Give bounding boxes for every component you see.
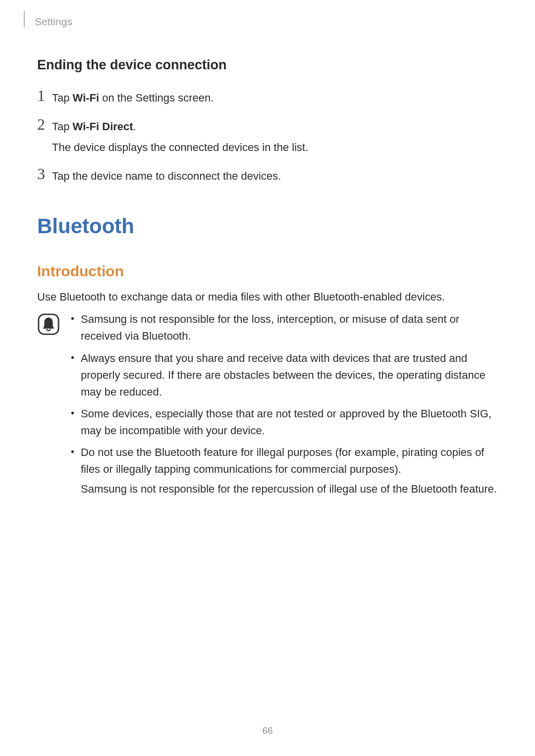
step-text-prefix: Tap the device name to disconnect the de… xyxy=(52,170,281,182)
header-divider xyxy=(24,11,25,27)
notice-text: Always ensure that you share and receive… xyxy=(81,352,485,398)
step-number: 3 xyxy=(37,166,52,182)
step-text-bold: Wi-Fi xyxy=(73,92,100,104)
main-heading-bluetooth: Bluetooth xyxy=(37,214,498,238)
intro-text: Use Bluetooth to exchange data or media … xyxy=(37,289,498,305)
step-text-suffix: . xyxy=(133,120,136,133)
notice-item: Do not use the Bluetooth feature for ill… xyxy=(70,444,498,498)
step-number: 2 xyxy=(37,116,52,132)
step-1: 1 Tap Wi-Fi on the Settings screen. xyxy=(37,90,498,106)
step-text-bold: Wi-Fi Direct xyxy=(73,120,133,133)
step-text-prefix: Tap xyxy=(52,120,73,133)
page-number: 66 xyxy=(0,725,535,736)
step-2: 2 Tap Wi-Fi Direct. The device displays … xyxy=(37,118,498,156)
notice-text: Some devices, especially those that are … xyxy=(81,407,491,437)
page-container: Settings Ending the device connection 1 … xyxy=(0,0,535,756)
notice-extra: Samsung is not responsible for the reper… xyxy=(81,481,498,498)
notice-item: Some devices, especially those that are … xyxy=(70,405,498,439)
notice-text: Samsung is not responsible for the loss,… xyxy=(81,313,459,342)
notice-list: Samsung is not responsible for the loss,… xyxy=(70,311,498,503)
section-heading-ending: Ending the device connection xyxy=(37,57,498,73)
step-body: Tap Wi-Fi on the Settings screen. xyxy=(52,90,498,106)
notice-text: Do not use the Bluetooth feature for ill… xyxy=(81,446,484,475)
step-number: 1 xyxy=(37,88,52,103)
sub-heading-introduction: Introduction xyxy=(37,263,498,280)
step-text-suffix: on the Settings screen. xyxy=(99,92,214,104)
step-body: Tap Wi-Fi Direct. The device displays th… xyxy=(52,118,498,156)
steps-list: 1 Tap Wi-Fi on the Settings screen. 2 Ta… xyxy=(37,90,498,185)
notice-item: Always ensure that you share and receive… xyxy=(70,350,498,401)
notice-block: Samsung is not responsible for the loss,… xyxy=(37,311,498,503)
notice-item: Samsung is not responsible for the loss,… xyxy=(70,311,498,345)
step-3: 3 Tap the device name to disconnect the … xyxy=(37,168,498,185)
step-body: Tap the device name to disconnect the de… xyxy=(52,168,498,185)
breadcrumb: Settings xyxy=(35,16,498,28)
step-subtext: The device displays the connected device… xyxy=(52,139,498,156)
step-text-prefix: Tap xyxy=(52,92,73,104)
bell-outline-icon xyxy=(37,313,60,336)
